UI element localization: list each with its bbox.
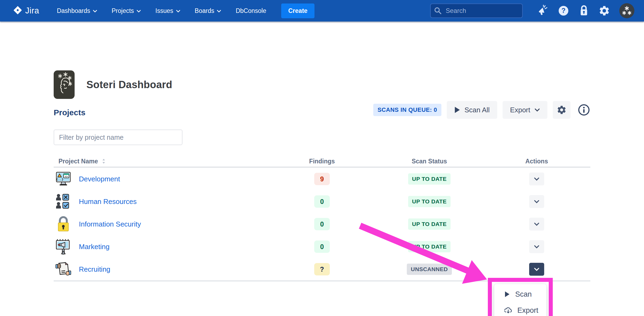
projects-heading: Projects xyxy=(54,108,85,117)
menu-item-label: Export xyxy=(517,306,538,315)
jira-logo-text: Jira xyxy=(25,6,39,16)
project-link[interactable]: Recruiting xyxy=(79,265,110,274)
findings-badge: 9 xyxy=(314,173,330,185)
gear-icon xyxy=(557,105,567,115)
table-row: Human Resources 0 UP TO DATE xyxy=(54,190,590,213)
nav-item-boards[interactable]: Boards xyxy=(195,7,221,15)
svg-text:?: ? xyxy=(561,7,565,14)
page-title: Soteri Dashboard xyxy=(86,79,172,91)
app-header: Soteri Dashboard xyxy=(54,70,172,99)
findings-badge: ? xyxy=(314,263,330,275)
marketing-project-icon xyxy=(55,239,71,255)
scan-all-button[interactable]: Scan All xyxy=(447,101,497,119)
scan-all-label: Scan All xyxy=(464,106,490,114)
column-header-findings: Findings xyxy=(268,158,376,165)
nav-right: ? xyxy=(430,3,634,18)
findings-badge: 0 xyxy=(314,195,330,208)
search-input[interactable] xyxy=(430,3,523,18)
table-row: Recruiting ? UNSCANNED xyxy=(54,258,590,281)
info-button[interactable] xyxy=(577,103,590,116)
nav-item-issues[interactable]: Issues xyxy=(155,7,180,15)
findings-badge: 0 xyxy=(314,218,330,230)
column-header-scan-status: Scan Status xyxy=(376,158,483,165)
scans-in-queue-badge: SCANS IN QUEUE: 0 xyxy=(373,104,441,116)
play-icon xyxy=(504,291,510,297)
table-row: <> {..} Development 9 UP TO DATE xyxy=(54,168,590,190)
nav-item-label: Issues xyxy=(155,7,173,15)
project-link[interactable]: Human Resources xyxy=(79,198,137,206)
chevron-down-icon xyxy=(535,108,540,112)
export-label: Export xyxy=(510,106,530,114)
nav-item-dbconsole[interactable]: DbConsole xyxy=(236,7,266,15)
create-button[interactable]: Create xyxy=(281,3,314,18)
top-nav: Jira Dashboards Projects Issues Boards D… xyxy=(0,0,644,21)
chevron-down-icon xyxy=(93,10,97,13)
column-header-actions: Actions xyxy=(483,158,590,165)
table-row: Information Security 0 UP TO DATE xyxy=(54,213,590,235)
jira-logo[interactable]: Jira xyxy=(13,5,39,16)
scan-status-badge: UP TO DATE xyxy=(408,218,451,230)
toolbar: SCANS IN QUEUE: 0 Scan All Export xyxy=(373,101,590,119)
scan-status-badge: UNSCANNED xyxy=(407,264,452,275)
project-link[interactable]: Development xyxy=(79,175,120,183)
table-header: Project Name Findings Scan Status Action… xyxy=(54,156,590,168)
column-header-project-name[interactable]: Project Name xyxy=(54,158,268,165)
cloud-download-icon xyxy=(504,307,512,314)
main-content: Soteri Dashboard Projects SCANS IN QUEUE… xyxy=(0,21,644,316)
filter-wrap xyxy=(54,130,182,145)
chevron-down-icon xyxy=(137,10,141,13)
scan-status-badge: UP TO DATE xyxy=(408,196,451,207)
chevron-down-icon xyxy=(534,268,539,271)
search-icon xyxy=(434,7,442,16)
menu-item-scan[interactable]: Scan xyxy=(494,286,546,302)
chevron-down-icon xyxy=(217,10,221,13)
nav-menu: Dashboards Projects Issues Boards DbCons… xyxy=(57,7,266,15)
chevron-down-icon xyxy=(534,177,539,181)
table-body: <> {..} Development 9 UP TO DATE xyxy=(54,168,590,281)
recruiting-project-icon xyxy=(55,261,71,277)
menu-item-label: Scan xyxy=(515,290,532,299)
row-actions-button[interactable] xyxy=(529,218,544,231)
jira-logo-icon xyxy=(13,5,23,16)
sort-icon xyxy=(102,158,106,164)
nav-item-label: DbConsole xyxy=(236,7,266,15)
chevron-down-icon xyxy=(534,245,539,249)
table-row: Marketing 0 UP TO DATE xyxy=(54,235,590,258)
row-actions-button[interactable] xyxy=(529,173,544,185)
chevron-down-icon xyxy=(534,222,539,226)
avatar[interactable] xyxy=(619,3,634,18)
row-actions-button[interactable] xyxy=(529,195,544,208)
human-resources-project-icon xyxy=(55,193,71,210)
lock-icon[interactable] xyxy=(579,5,589,17)
svg-text:{..}: {..} xyxy=(56,178,63,181)
chevron-down-icon xyxy=(176,10,180,13)
findings-badge: 0 xyxy=(314,240,330,253)
play-icon xyxy=(454,106,460,113)
megaphone-icon[interactable] xyxy=(537,5,548,17)
row-actions-button-active[interactable] xyxy=(529,263,544,276)
settings-button[interactable] xyxy=(553,101,570,119)
row-actions-button[interactable] xyxy=(529,240,544,253)
svg-text:<>: <> xyxy=(65,175,68,178)
chevron-down-icon xyxy=(534,200,539,203)
nav-item-label: Boards xyxy=(195,7,214,15)
info-icon xyxy=(577,103,590,116)
export-button[interactable]: Export xyxy=(503,101,547,119)
scan-status-badge: UP TO DATE xyxy=(408,241,451,252)
help-icon[interactable]: ? xyxy=(558,5,569,17)
information-security-project-icon xyxy=(55,216,71,232)
development-project-icon: <> {..} xyxy=(55,171,71,187)
nav-item-dashboards[interactable]: Dashboards xyxy=(57,7,97,15)
nav-item-label: Projects xyxy=(112,7,134,15)
scan-status-badge: UP TO DATE xyxy=(408,173,451,185)
soteri-logo-icon xyxy=(54,70,75,99)
projects-table: Project Name Findings Scan Status Action… xyxy=(54,156,590,281)
menu-item-export[interactable]: Export xyxy=(494,302,546,316)
project-link[interactable]: Information Security xyxy=(79,220,141,228)
project-link[interactable]: Marketing xyxy=(79,243,109,251)
nav-item-projects[interactable]: Projects xyxy=(112,7,141,15)
gear-icon[interactable] xyxy=(598,5,610,17)
row-actions-dropdown: Scan Export xyxy=(494,284,547,316)
filter-input[interactable] xyxy=(54,130,182,145)
nav-item-label: Dashboards xyxy=(57,7,90,15)
